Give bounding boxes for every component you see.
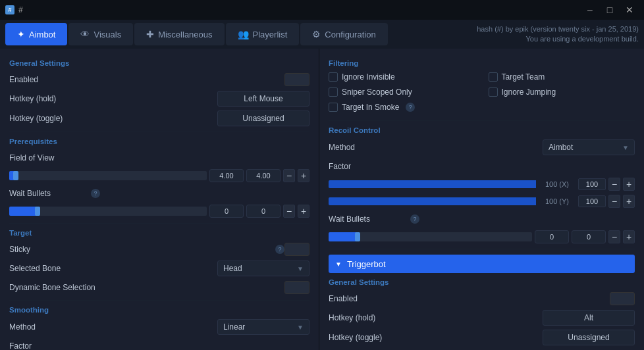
tab-miscellaneous[interactable]: ✚ Miscellaneous xyxy=(134,23,224,45)
fov-label-row: Field of View xyxy=(9,151,309,165)
fov-slider-thumb[interactable] xyxy=(13,171,18,180)
tab-visuals[interactable]: 👁 Visuals xyxy=(68,23,133,45)
tab-playerlist[interactable]: 👥 Playerlist xyxy=(226,23,300,45)
fov-input-value[interactable]: 4.00 xyxy=(246,169,281,182)
wait-bullets-minus[interactable]: − xyxy=(283,205,295,218)
wait-bullets-label-row: Wait Bullets ? xyxy=(9,186,309,201)
trig-general-header: General Settings xyxy=(329,278,635,286)
trig-enabled-label: Enabled xyxy=(329,294,610,303)
triggerbot-arrow-icon: ▼ xyxy=(335,261,342,268)
enabled-toggle[interactable] xyxy=(284,73,309,86)
smooth-method-label: Method xyxy=(9,322,217,332)
recoil-header: Recoil Control xyxy=(329,126,635,134)
recoil-wait-label: Wait Bullets xyxy=(329,214,408,224)
recoil-wait-thumb[interactable] xyxy=(355,232,360,241)
wait-bullets-help-icon[interactable]: ? xyxy=(91,189,100,198)
recoil-x-val[interactable]: 100 xyxy=(578,178,606,190)
wait-bullets-val2[interactable]: 0 xyxy=(246,205,281,218)
ignore-jumping-label: Ignore Jumping xyxy=(502,88,556,97)
sniper-scoped-checkbox[interactable] xyxy=(329,88,338,97)
recoil-y-minus[interactable]: − xyxy=(608,195,620,208)
triggerbot-label: Triggerbot xyxy=(347,259,386,269)
smooth-dropdown-arrow-icon: ▼ xyxy=(297,324,304,331)
selected-bone-dropdown[interactable]: Head ▼ xyxy=(217,261,309,276)
filtering-header: Filtering xyxy=(329,59,635,67)
prerequisites-header: Prerequisites xyxy=(9,138,309,145)
right-panel: Filtering Ignore Invisible Target Team S… xyxy=(319,49,644,350)
trig-hotkey-hold-button[interactable]: Alt xyxy=(543,310,635,326)
recoil-wait-minus[interactable]: − xyxy=(608,230,620,243)
ignore-invisible-row: Ignore Invisible xyxy=(329,72,475,82)
recoil-y-val[interactable]: 100 xyxy=(578,195,606,207)
aimbot-icon: ✦ xyxy=(17,29,25,39)
recoil-x-track[interactable] xyxy=(329,180,536,188)
wait-bullets-slider-row: 0 0 − + xyxy=(9,205,309,218)
recoil-wait-track[interactable] xyxy=(329,232,532,241)
fov-label: Field of View xyxy=(9,153,88,162)
tab-aimbot[interactable]: ✦ Aimbot xyxy=(5,23,67,45)
smooth-method-dropdown[interactable]: Linear ▼ xyxy=(217,319,309,335)
sniper-scoped-row: Sniper Scoped Only xyxy=(329,88,475,97)
close-button[interactable]: ✕ xyxy=(620,3,639,16)
recoil-x-minus[interactable]: − xyxy=(608,178,620,191)
bone-dropdown-arrow-icon: ▼ xyxy=(297,265,304,272)
recoil-y-track[interactable] xyxy=(329,197,536,205)
recoil-wait-help-icon[interactable]: ? xyxy=(410,214,419,224)
recoil-x-fill xyxy=(329,180,536,188)
hotkey-toggle-button[interactable]: Unassigned xyxy=(217,111,309,126)
misc-icon: ✚ xyxy=(146,29,154,39)
fov-slider-track[interactable] xyxy=(9,171,207,180)
smooth-method-row: Method Linear ▼ xyxy=(9,319,309,335)
sticky-toggle[interactable] xyxy=(284,243,309,256)
fov-slider-value: 4.00 xyxy=(209,169,244,182)
trig-enabled-toggle[interactable] xyxy=(610,292,635,305)
header-info-line2: You are using a development build. xyxy=(477,34,639,44)
ignore-jumping-checkbox[interactable] xyxy=(489,88,498,97)
navigation-bar: ✦ Aimbot 👁 Visuals ✚ Miscellaneous 👥 Pla… xyxy=(0,20,644,49)
dynamic-bone-toggle[interactable] xyxy=(284,281,309,294)
recoil-x-plus[interactable]: + xyxy=(623,178,635,191)
recoil-x-row: 100 (X) 100 − + xyxy=(329,178,635,191)
wait-bullets-track[interactable] xyxy=(9,207,207,216)
target-team-checkbox[interactable] xyxy=(489,72,498,82)
wait-bullets-plus[interactable]: + xyxy=(298,205,309,218)
header-info: hash (#) by epik (version twenty six - j… xyxy=(477,24,639,45)
recoil-x-label: 100 (X) xyxy=(539,180,576,188)
recoil-method-label: Method xyxy=(329,143,543,152)
maximize-button[interactable]: □ xyxy=(601,3,619,16)
recoil-wait-plus[interactable]: + xyxy=(623,230,635,243)
selected-bone-label: Selected Bone xyxy=(9,264,217,273)
tab-configuration[interactable]: ⚙ Configuration xyxy=(300,23,387,45)
sticky-help-icon[interactable]: ? xyxy=(275,245,284,254)
tab-config-label: Configuration xyxy=(325,30,375,39)
target-smoke-help-icon[interactable]: ? xyxy=(406,103,415,112)
hotkey-hold-label: Hotkey (hold) xyxy=(9,94,217,103)
fov-minus-btn[interactable]: − xyxy=(283,169,295,182)
ignore-invisible-checkbox[interactable] xyxy=(329,72,338,82)
triggerbot-header[interactable]: ▼ Triggerbot xyxy=(329,255,635,273)
hotkey-toggle-label: Hotkey (toggle) xyxy=(9,114,217,123)
selected-bone-row: Selected Bone Head ▼ xyxy=(9,261,309,276)
trig-hotkey-toggle-button[interactable]: Unassigned xyxy=(543,330,635,345)
enabled-row: Enabled xyxy=(9,72,309,87)
fov-plus-btn[interactable]: + xyxy=(298,169,309,182)
target-team-label: Target Team xyxy=(502,72,545,82)
minimize-button[interactable]: – xyxy=(581,3,599,16)
header-info-line1: hash (#) by epik (version twenty six - j… xyxy=(477,24,639,34)
sticky-label: Sticky xyxy=(9,245,273,254)
main-content: General Settings Enabled Hotkey (hold) L… xyxy=(0,49,644,350)
target-smoke-checkbox[interactable] xyxy=(329,103,338,112)
wait-bullets-thumb[interactable] xyxy=(35,207,40,216)
smoothing-header: Smoothing xyxy=(9,306,309,314)
hotkey-hold-button[interactable]: Left Mouse xyxy=(217,91,309,107)
trig-hotkey-toggle-label: Hotkey (toggle) xyxy=(329,333,543,342)
recoil-wait-val1: 0 xyxy=(535,230,569,243)
recoil-method-dropdown[interactable]: Aimbot ▼ xyxy=(543,139,635,155)
recoil-method-row: Method Aimbot ▼ xyxy=(329,139,635,155)
enabled-label: Enabled xyxy=(9,75,284,84)
recoil-wait-slider-row: 0 0 − + xyxy=(329,230,635,243)
wait-bullets-label: Wait Bullets xyxy=(9,189,88,198)
target-team-row: Target Team xyxy=(489,72,635,82)
recoil-y-plus[interactable]: + xyxy=(623,195,635,208)
recoil-wait-val2[interactable]: 0 xyxy=(572,230,606,243)
